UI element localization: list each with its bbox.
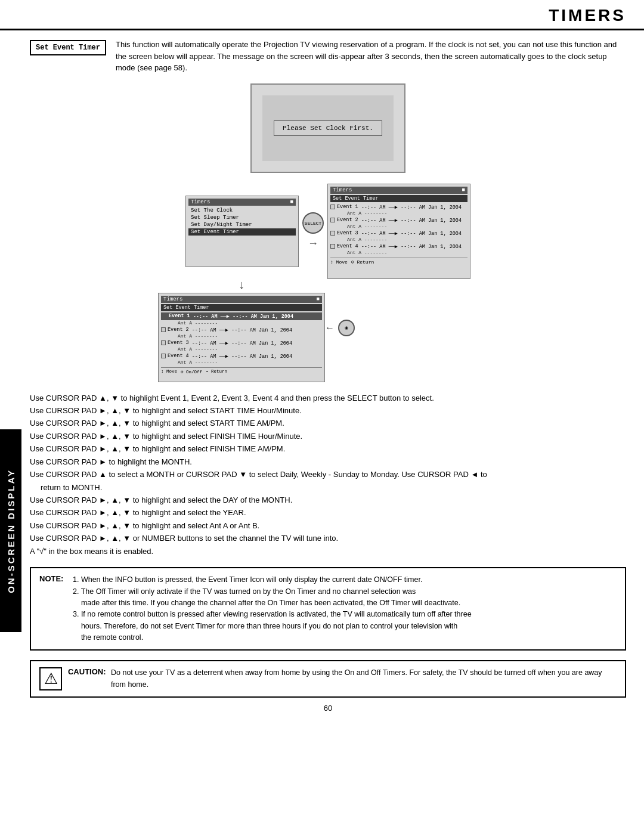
caution-content: Do not use your TV as a deterrent when a… (111, 667, 617, 690)
menu-item-event-timer-selected: Set Event Timer (188, 228, 296, 236)
side-label: ON-SCREEN DISPLAY (0, 429, 21, 632)
note-item-1: 1. When the INFO button is pressed, the … (73, 574, 472, 586)
bottom-event-4-checkbox (161, 354, 166, 358)
arrow-down-left-icon: ↓ (239, 278, 244, 292)
instruction-6: Use CURSOR PAD ► to highlight the MONTH. (30, 456, 626, 468)
note-item-2: 2. The Off Timer will only activate if t… (73, 586, 472, 609)
event-item-1: Event 1 --:-- AM ──▶ --:-- AM Jan 1, 200… (330, 204, 467, 216)
diagrams-top-row: Timers ■ Set The Clock Set Sleep Timer S… (30, 184, 626, 279)
bottom-event-title: Timers ■ (161, 296, 322, 303)
instruction-8: Use CURSOR PAD ►, ▲, ▼ to highlight and … (30, 494, 626, 506)
tv-screen-inner: Please Set Clock First. (262, 95, 394, 161)
instructions: Use CURSOR PAD ▲, ▼ to highlight Event 1… (30, 392, 626, 558)
bottom-event-1-checkbox (162, 314, 167, 318)
select-button-icon: SELECT (302, 212, 324, 234)
cursor-remote-area: ← ◉ (325, 320, 355, 336)
timers-menu-box: Timers ■ Set The Clock Set Sleep Timer S… (185, 196, 299, 267)
timers-menu-title: Timers ■ (188, 199, 296, 206)
clock-first-container: Please Set Clock First. (30, 83, 626, 173)
diagrams-row2: ↓ Timers ■ Set Event Timer Event 1 --:--… (30, 284, 626, 382)
bottom-event-footer: ↕ Move ⊙ On/Off • Return (161, 367, 322, 374)
bottom-event-2-checkbox (161, 327, 166, 332)
instruction-5: Use CURSOR PAD ►, ▲, ▼ to highlight and … (30, 442, 626, 455)
event-list-footer: ↕ Move ⊙ Return (330, 258, 467, 265)
set-event-timer-label: Set Event Timer (30, 40, 106, 55)
bottom-event-item-4: Event 4 --:-- AM ──▶ --:-- AM Jan 1, 200… (161, 353, 322, 365)
note-box: NOTE: 1. When the INFO button is pressed… (30, 567, 626, 651)
instruction-12: A "√" in the box means it is enabled. (30, 545, 626, 558)
page-header: TIMERS (0, 0, 644, 30)
event-1-checkbox (330, 205, 335, 209)
event-timer-box: Timers ■ Set Event Timer Event 1 --:-- A… (327, 184, 470, 279)
set-event-timer-desc: This function will automatically operate… (116, 39, 626, 74)
bottom-event-item-3: Event 3 --:-- AM ──▶ --:-- AM Jan 1, 200… (161, 340, 322, 352)
instruction-11: Use CURSOR PAD ►, ▲, ▼ or NUMBER buttons… (30, 532, 626, 544)
caution-box: ⚠ CAUTION: Do not use your TV as a deter… (30, 660, 626, 698)
instruction-9: Use CURSOR PAD ►, ▲, ▼ to highlight and … (30, 506, 626, 519)
side-label-text: ON-SCREEN DISPLAY (6, 469, 16, 593)
event-item-3: Event 3 --:-- AM ──▶ --:-- AM Jan 1, 200… (330, 230, 467, 242)
menu-item-sleep-timer: Set Sleep Timer (188, 214, 296, 221)
event-item-2: Event 2 --:-- AM ──▶ --:-- AM Jan 1, 200… (330, 217, 467, 229)
note-label: NOTE: (39, 574, 67, 583)
instruction-10: Use CURSOR PAD ►, ▲, ▼ to highlight and … (30, 519, 626, 532)
menu-item-set-clock: Set The Clock (188, 207, 296, 214)
note-content: 1. When the INFO button is pressed, the … (73, 574, 472, 643)
clock-first-box: Please Set Clock First. (274, 120, 382, 136)
bottom-event-3-checkbox (161, 340, 166, 345)
cursor-pad-icon: ◉ (338, 320, 355, 336)
event-item-4: Event 4 --:-- AM ──▶ --:-- AM Jan 1, 200… (330, 243, 467, 255)
event-timer-title: Timers ■ (330, 187, 467, 194)
event-3-checkbox (330, 231, 335, 236)
instruction-3: Use CURSOR PAD ►, ▲, ▼ to highlight and … (30, 417, 626, 429)
caution-label: CAUTION: (68, 667, 106, 676)
bottom-event-item-2: Event 2 --:-- AM ──▶ --:-- AM Jan 1, 200… (161, 327, 322, 339)
bottom-event-item-1: Event 1 --:-- AM ──▶ --:-- AM Jan 1, 200… (161, 312, 322, 326)
arrow-left-icon: ← (325, 323, 335, 333)
note-item-3: 3. If no remote control button is presse… (73, 609, 472, 643)
tv-screen-outer: Please Set Clock First. (250, 83, 405, 173)
bottom-event-subtitle: Set Event Timer (161, 304, 322, 311)
instruction-1: Use CURSOR PAD ▲, ▼ to highlight Event 1… (30, 392, 626, 404)
page-number: 60 (30, 704, 626, 713)
main-content: Set Event Timer This function will autom… (0, 30, 644, 721)
event-4-checkbox (330, 244, 335, 249)
instruction-2: Use CURSOR PAD ►, ▲, ▼ to highlight and … (30, 404, 626, 417)
set-event-timer-section: Set Event Timer This function will autom… (30, 39, 626, 74)
page-title: TIMERS (549, 6, 626, 25)
set-event-timer-header: Set Event Timer (330, 195, 467, 202)
instruction-7: Use CURSOR PAD ▲ to select a MONTH or CU… (30, 468, 626, 494)
bottom-event-detail-box: Timers ■ Set Event Timer Event 1 --:-- A… (158, 293, 325, 382)
event-2-checkbox (330, 218, 335, 222)
instruction-4: Use CURSOR PAD ►, ▲, ▼ to highlight and … (30, 430, 626, 442)
caution-icon: ⚠ (39, 667, 62, 690)
menu-item-day-night: Set Day/Night Timer (188, 221, 296, 228)
arrow-right-icon: → (308, 237, 318, 250)
